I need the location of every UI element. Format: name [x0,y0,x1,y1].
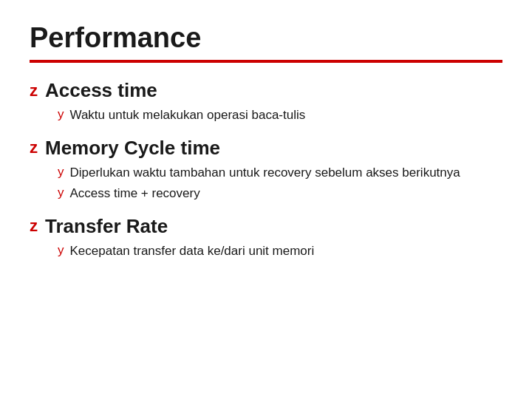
bullet-y-3: y [58,185,64,200]
list-item: y Waktu untuk melakukan operasi baca-tul… [58,106,502,125]
section-access-time: z Access time y Waktu untuk melakukan op… [30,79,502,125]
sub-items-transfer-rate: y Kecepatan transfer data ke/dari unit m… [58,242,502,261]
section-memory-cycle: z Memory Cycle time y Diperlukan waktu t… [30,137,502,203]
sub-items-memory-cycle: y Diperlukan waktu tambahan untuk recove… [58,164,502,203]
list-item: y Diperlukan waktu tambahan untuk recove… [58,164,502,183]
section-heading-access-time: z Access time [30,79,502,102]
bullet-y-1: y [58,107,64,122]
sub-item-text: Diperlukan waktu tambahan untuk recovery… [70,164,460,183]
list-item: y Access time + recovery [58,185,502,203]
section-label-memory-cycle: Memory Cycle time [45,137,220,160]
bullet-y-4: y [58,243,64,258]
section-heading-memory-cycle: z Memory Cycle time [30,137,502,160]
page-title: Performance [30,22,502,54]
section-heading-transfer-rate: z Transfer Rate [30,215,502,238]
section-label-transfer-rate: Transfer Rate [45,215,168,238]
red-divider [30,60,502,63]
list-item: y Kecepatan transfer data ke/dari unit m… [58,242,502,261]
bullet-z-memory-cycle: z [30,138,38,157]
section-transfer-rate: z Transfer Rate y Kecepatan transfer dat… [30,215,502,261]
sub-items-access-time: y Waktu untuk melakukan operasi baca-tul… [58,106,502,125]
sub-item-text: Access time + recovery [70,185,200,203]
section-label-access-time: Access time [45,79,157,102]
sub-item-text: Kecepatan transfer data ke/dari unit mem… [70,242,315,261]
sub-item-text: Waktu untuk melakukan operasi baca-tulis [70,106,306,125]
bullet-y-2: y [58,165,64,180]
bullet-z-transfer-rate: z [30,216,38,236]
bullet-z-access-time: z [30,81,38,100]
